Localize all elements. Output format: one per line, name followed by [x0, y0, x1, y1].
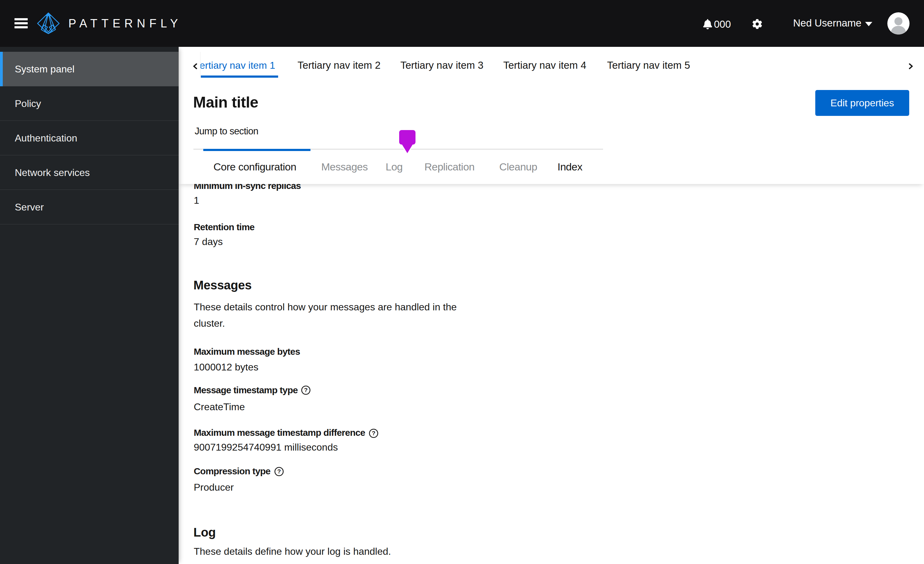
svg-text:?: ?	[277, 468, 281, 475]
svg-text:?: ?	[304, 387, 308, 393]
svg-text:?: ?	[372, 430, 375, 436]
